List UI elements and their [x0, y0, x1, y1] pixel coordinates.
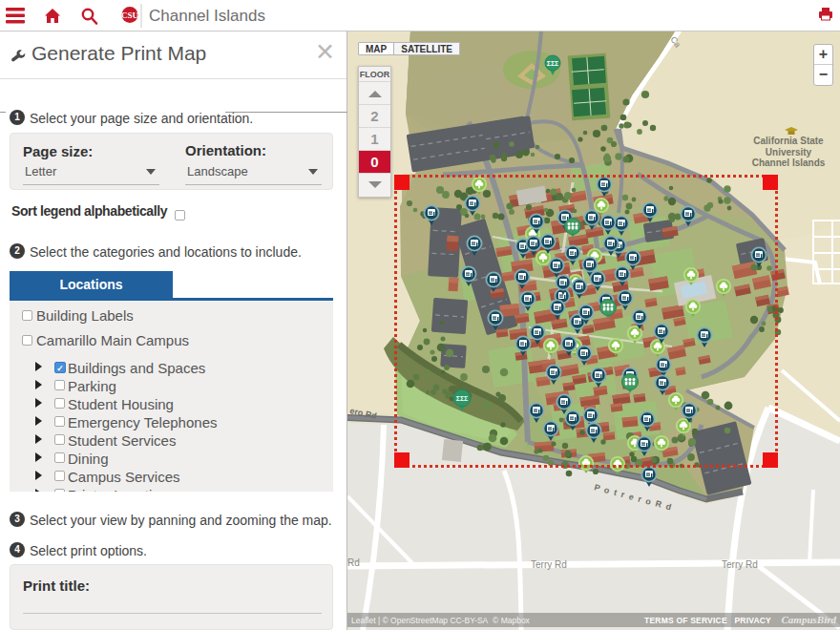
svg-text:Rd: Rd	[347, 557, 360, 568]
svg-text:CSU: CSU	[121, 10, 139, 20]
svg-text:Terry Rd: Terry Rd	[722, 559, 758, 570]
svg-text:Terry Rd: Terry Rd	[531, 559, 567, 570]
svg-text:Channel Islands: Channel Islands	[149, 7, 265, 25]
svg-text:ΣΣΣ: ΣΣΣ	[547, 60, 559, 67]
